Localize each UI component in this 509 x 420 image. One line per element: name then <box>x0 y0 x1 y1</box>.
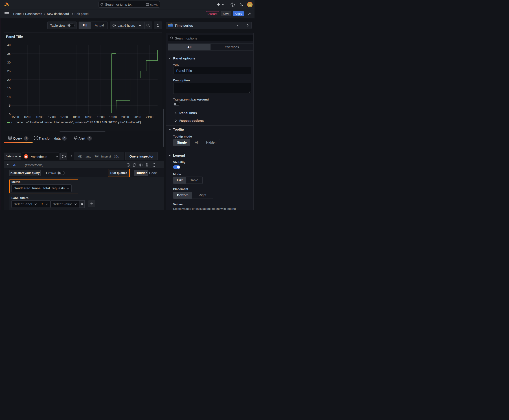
svg-text:0: 0 <box>9 113 11 116</box>
svg-text:19:30: 19:30 <box>109 116 117 119</box>
svg-text:35: 35 <box>7 52 11 55</box>
svg-text:25: 25 <box>7 69 11 73</box>
svg-text:19:00: 19:00 <box>97 116 105 119</box>
svg-text:17:00: 17:00 <box>48 116 56 119</box>
svg-text:20: 20 <box>7 78 11 82</box>
svg-text:16:30: 16:30 <box>36 116 43 119</box>
svg-text:15: 15 <box>7 87 11 90</box>
svg-text:5: 5 <box>9 104 11 107</box>
svg-text:20:30: 20:30 <box>134 116 141 119</box>
svg-text:20:00: 20:00 <box>122 116 129 119</box>
svg-text:10: 10 <box>7 95 11 99</box>
svg-text:18:30: 18:30 <box>85 116 92 119</box>
svg-text:{__name__="cloudflared_tunnel_: {__name__="cloudflared_tunnel_total_requ… <box>11 121 141 124</box>
svg-text:21:00: 21:00 <box>146 116 153 119</box>
svg-text:40: 40 <box>7 44 11 47</box>
svg-text:17:30: 17:30 <box>60 116 68 119</box>
svg-text:16:00: 16:00 <box>23 116 31 119</box>
svg-text:15:30: 15:30 <box>11 116 19 119</box>
svg-text:30: 30 <box>7 61 11 64</box>
svg-text:18:00: 18:00 <box>73 116 80 119</box>
